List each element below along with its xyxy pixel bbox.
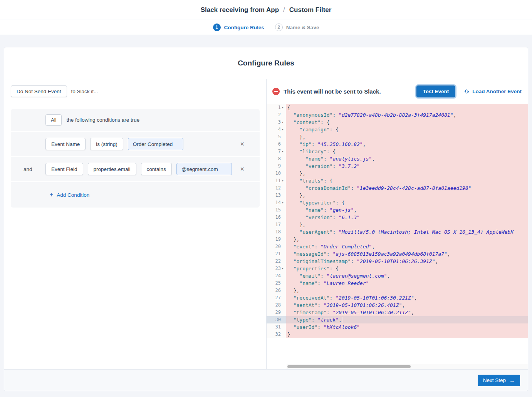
code-line-content[interactable]: "userId": "hXtcAlook6" <box>286 323 528 331</box>
line-number: 11 <box>275 177 281 184</box>
code-line-content[interactable]: "ip": "45.250.160.82", <box>286 141 528 148</box>
code-line-content[interactable]: "event": "Order Completed", <box>286 243 528 250</box>
breadcrumb-item-connection[interactable]: Slack receiving from App <box>201 6 279 14</box>
step-configure-rules[interactable]: 1 Configure Rules <box>213 23 264 31</box>
code-line-content[interactable]: } <box>286 331 528 338</box>
code-line: 13 }, <box>267 192 528 199</box>
line-number: 18 <box>275 228 281 236</box>
fold-arrow-icon[interactable]: ▾ <box>281 119 285 126</box>
page-title: Configure Rules <box>4 47 528 79</box>
condition-selector-button[interactable]: contains <box>141 163 172 175</box>
line-number-gutter: 26 <box>267 287 286 294</box>
code-line-content[interactable]: "type": "track", <box>286 316 528 323</box>
line-number-gutter: 22 <box>267 258 286 265</box>
condition-selector-button[interactable]: properties.email <box>88 163 136 175</box>
code-line: 17 }, <box>267 221 528 228</box>
match-type-selector-button[interactable]: All <box>45 114 62 126</box>
line-number-gutter: 27 <box>267 294 286 302</box>
code-line-content[interactable]: }, <box>286 236 528 243</box>
code-line-content[interactable]: { <box>286 104 528 111</box>
code-line: 6 "ip": "45.250.160.82", <box>267 141 528 148</box>
line-number: 22 <box>275 258 281 265</box>
fold-arrow-icon[interactable]: ▾ <box>281 148 285 155</box>
line-number: 19 <box>275 236 281 243</box>
fold-arrow-icon[interactable]: ▾ <box>281 199 285 206</box>
line-number-gutter: 7▾ <box>267 148 286 155</box>
code-line-content[interactable]: "library": { <box>286 148 528 155</box>
code-line-content[interactable]: "campaign": { <box>286 126 528 133</box>
code-line: 2 "anonymousId": "d2e77820-a48b-4b2b-882… <box>267 111 528 119</box>
remove-condition-button[interactable]: × <box>240 166 244 173</box>
code-line-content[interactable]: "userAgent": "Mozilla/5.0 (Macintosh; In… <box>286 228 528 236</box>
code-line-content[interactable]: "name": "gen-js", <box>286 206 528 214</box>
line-number: 20 <box>275 243 281 250</box>
line-number-gutter: 5 <box>267 133 286 141</box>
code-line-content[interactable]: "email": "lauren@segment.com", <box>286 272 528 280</box>
code-line-content[interactable]: "timestamp": "2019-05-10T01:06:30.211Z", <box>286 309 528 316</box>
fold-arrow-icon[interactable]: ▾ <box>281 126 285 133</box>
fold-arrow-icon[interactable]: ▾ <box>281 265 285 272</box>
condition-selector-button[interactable]: is (string) <box>90 138 123 150</box>
condition-value-input[interactable] <box>176 163 232 175</box>
code-line-content[interactable]: "version": "6.1.3" <box>286 214 528 221</box>
code-line: 15 "name": "gen-js", <box>267 206 528 214</box>
code-line-content[interactable]: "traits": { <box>286 177 528 184</box>
code-line-content[interactable]: "version": "3.7.2" <box>286 162 528 170</box>
action-selector-button[interactable]: Do Not Send Event <box>11 85 67 97</box>
line-number-gutter: 18 <box>267 228 286 236</box>
line-number-gutter: 9 <box>267 162 286 170</box>
code-line-content[interactable]: }, <box>286 192 528 199</box>
fold-arrow-icon[interactable]: ▾ <box>281 104 285 111</box>
code-line-content[interactable]: }, <box>286 170 528 177</box>
line-number: 8 <box>278 155 281 162</box>
line-number-gutter: 23▾ <box>267 265 286 272</box>
next-step-label: Next Step <box>483 377 506 383</box>
remove-condition-button[interactable]: × <box>240 141 244 147</box>
code-line-content[interactable]: "name": "Lauren Reeder" <box>286 280 528 287</box>
code-line-content[interactable]: "name": "analytics.js", <box>286 155 528 162</box>
refresh-icon <box>464 89 470 94</box>
condition-selector-button[interactable]: Event Field <box>45 163 83 175</box>
code-line-content[interactable]: "typewriter": { <box>286 199 528 206</box>
test-event-button[interactable]: Test Event <box>416 85 455 97</box>
code-line-content[interactable]: "anonymousId": "d2e77820-a48b-4b2b-882a-… <box>286 111 528 119</box>
line-number: 30 <box>275 316 281 323</box>
preview-header: This event will not be sent to Slack. Te… <box>267 79 528 104</box>
line-number: 24 <box>275 272 281 280</box>
code-line-content[interactable]: "originalTimestamp": "2019-05-10T01:06:2… <box>286 258 528 265</box>
line-number-gutter: 28 <box>267 302 286 309</box>
line-number-gutter: 13 <box>267 192 286 199</box>
next-step-button[interactable]: Next Step → <box>478 375 520 386</box>
code-line-content[interactable]: "properties": { <box>286 265 528 272</box>
step-1-number: 1 <box>213 23 221 31</box>
match-type-row: All the following conditions are true <box>11 109 260 131</box>
fold-arrow-icon[interactable]: ▾ <box>281 177 285 184</box>
code-line-content[interactable]: "receivedAt": "2019-05-10T01:06:30.221Z"… <box>286 294 528 302</box>
line-number: 25 <box>275 280 281 287</box>
code-line-content[interactable]: }, <box>286 133 528 141</box>
add-condition-label: Add Condition <box>57 192 89 198</box>
code-line: 23▾ "properties": { <box>267 265 528 272</box>
code-line-content[interactable]: }, <box>286 287 528 294</box>
load-another-event-button[interactable]: Load Another Event <box>464 89 522 94</box>
horizontal-scrollbar-thumb[interactable] <box>287 365 411 368</box>
line-number-gutter: 29 <box>267 309 286 316</box>
condition-value-input[interactable] <box>128 138 183 150</box>
code-line: 30 "type": "track", <box>267 316 528 323</box>
json-event-editor[interactable]: 1▾{2 "anonymousId": "d2e77820-a48b-4b2b-… <box>267 104 528 369</box>
code-line-content[interactable]: "context": { <box>286 119 528 126</box>
code-line: 5 }, <box>267 133 528 141</box>
code-line-content[interactable]: "sentAt": "2019-05-10T01:06:26.401Z", <box>286 302 528 309</box>
condition-selector-button[interactable]: Event Name <box>45 138 86 150</box>
line-number: 1 <box>278 104 281 111</box>
conditions-list: Event Nameis (string)×andEvent Fieldprop… <box>11 132 260 181</box>
step-name-and-save[interactable]: 2 Name & Save <box>275 23 319 31</box>
code-line: 7▾ "library": { <box>267 148 528 155</box>
conditions-box: All the following conditions are true Ev… <box>11 109 260 208</box>
line-number-gutter: 4▾ <box>267 126 286 133</box>
step-1-label: Configure Rules <box>224 25 264 30</box>
code-line-content[interactable]: "messageId": "ajs-6085013e159ac3a92a0494… <box>286 250 528 258</box>
add-condition-button[interactable]: + Add Condition <box>50 192 89 198</box>
code-line-content[interactable]: "crossDomainId": "1e3eedd9-28c4-428c-ad8… <box>286 184 528 192</box>
code-line-content[interactable]: }, <box>286 221 528 228</box>
